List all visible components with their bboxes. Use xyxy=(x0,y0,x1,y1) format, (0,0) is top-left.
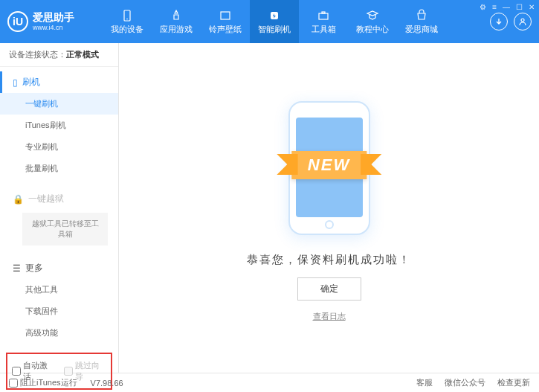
list-icon: ☰ xyxy=(13,263,21,274)
connection-status: 设备连接状态：正常模式 xyxy=(0,43,118,67)
close-icon[interactable]: ✕ xyxy=(529,3,535,11)
version-label: V7.98.66 xyxy=(91,379,123,388)
jailbreak-note: 越狱工具已转移至工具箱 xyxy=(22,213,108,245)
success-message: 恭喜您，保资料刷机成功啦！ xyxy=(247,253,411,267)
device-icon xyxy=(120,9,134,22)
svg-point-6 xyxy=(521,19,524,22)
view-log-link[interactable]: 查看日志 xyxy=(313,311,346,322)
sidebar-more-header[interactable]: ☰ 更多 xyxy=(0,257,118,279)
sidebar: 设备连接状态：正常模式 ▯ 刷机 一键刷机 iTunes刷机 专业刷机 批量刷机… xyxy=(0,43,119,373)
maximize-icon[interactable]: ☐ xyxy=(516,3,523,11)
footer-update[interactable]: 检查更新 xyxy=(497,377,530,388)
sidebar-flash-header[interactable]: ▯ 刷机 xyxy=(0,71,118,93)
user-button[interactable] xyxy=(514,13,532,30)
success-illustration: NEW xyxy=(274,94,385,242)
sidebar-download-firmware[interactable]: 下载固件 xyxy=(0,301,118,322)
nav-my-device[interactable]: 我的设备 xyxy=(103,0,152,43)
logo-icon: iU xyxy=(7,11,28,32)
nav-ringtones[interactable]: 铃声壁纸 xyxy=(201,0,250,43)
nav-toolbox[interactable]: 工具箱 xyxy=(299,0,348,43)
svg-rect-2 xyxy=(221,12,230,19)
logo[interactable]: iU 爱思助手 www.i4.cn xyxy=(7,11,103,32)
svg-rect-5 xyxy=(322,12,325,13)
sidebar-batch-flash[interactable]: 批量刷机 xyxy=(0,158,118,179)
toolbox-icon xyxy=(317,9,330,22)
top-nav: 我的设备 应用游戏 铃声壁纸 智能刷机 工具箱 教程中心 爱思商城 xyxy=(103,0,490,43)
lock-icon: 🔒 xyxy=(13,194,24,205)
download-button[interactable] xyxy=(490,13,508,30)
sidebar-one-click-flash[interactable]: 一键刷机 xyxy=(0,93,118,115)
main-content: NEW 恭喜您，保资料刷机成功啦！ 确定 查看日志 xyxy=(119,43,539,373)
app-url: www.i4.cn xyxy=(33,24,74,32)
sidebar-other-tools[interactable]: 其他工具 xyxy=(0,279,118,301)
sidebar-itunes-flash[interactable]: iTunes刷机 xyxy=(0,115,118,136)
sidebar-jailbreak-header: 🔒 一键越狱 xyxy=(0,188,118,210)
nav-tutorials[interactable]: 教程中心 xyxy=(348,0,397,43)
nav-store[interactable]: 爱思商城 xyxy=(397,0,446,43)
minimize-icon[interactable]: — xyxy=(503,3,510,11)
footer-wechat[interactable]: 微信公众号 xyxy=(445,377,485,388)
settings-icon[interactable]: ⚙ xyxy=(480,3,486,11)
apps-icon xyxy=(170,9,183,22)
tutorial-icon xyxy=(366,9,379,22)
header: iU 爱思助手 www.i4.cn 我的设备 应用游戏 铃声壁纸 智能刷机 工具… xyxy=(0,0,539,43)
ok-button[interactable]: 确定 xyxy=(297,277,361,301)
footer-service[interactable]: 客服 xyxy=(416,377,433,388)
app-title: 爱思助手 xyxy=(33,11,74,24)
svg-point-1 xyxy=(126,18,128,19)
sidebar-advanced[interactable]: 高级功能 xyxy=(0,322,118,344)
nav-apps[interactable]: 应用游戏 xyxy=(152,0,201,43)
new-ribbon: NEW xyxy=(291,151,367,179)
flash-icon xyxy=(268,9,281,22)
wallpaper-icon xyxy=(219,9,232,22)
nav-flash[interactable]: 智能刷机 xyxy=(250,0,299,43)
sidebar-pro-flash[interactable]: 专业刷机 xyxy=(0,136,118,158)
store-icon xyxy=(415,9,428,22)
menu-icon[interactable]: ≡ xyxy=(492,3,497,11)
phone-icon: ▯ xyxy=(13,77,18,88)
block-itunes-checkbox[interactable]: 阻止iTunes运行 xyxy=(9,377,77,388)
svg-rect-4 xyxy=(319,13,328,19)
